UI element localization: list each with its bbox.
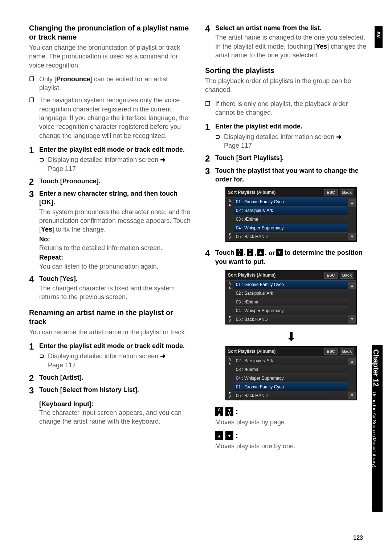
step-item: Touch [Artist].: [29, 373, 191, 382]
line-up-icon: ▲: [215, 431, 223, 440]
playlist-row[interactable]: 04 : Whisper Supremacy: [234, 307, 348, 315]
page-arrows[interactable]: A▲▼V: [226, 356, 234, 400]
step-sub: Displaying detailed information screen P…: [39, 352, 191, 370]
back-button[interactable]: Back: [340, 348, 354, 355]
page-move-explain: A▲ ▼V :: [215, 406, 367, 417]
move-icons: , , , or: [236, 249, 283, 257]
step-body: The artist name is changed to the one yo…: [215, 33, 367, 60]
line-move-explain: ▲ ▼ :: [215, 430, 367, 441]
heading-sorting: Sorting the playlists: [205, 66, 367, 75]
screenshot-sort-c: Sort Playlists (Albums) ESC Back A▲▼V 02…: [225, 346, 357, 401]
steps-sort-continue: Touch , , , or to determine the position…: [205, 248, 367, 450]
step-head: Touch [Pronounce].: [39, 177, 191, 185]
step-head: Touch , , , or to determine the position…: [215, 248, 367, 266]
note-item: Only [Pronounce] can be edited for an ar…: [29, 75, 191, 93]
note-item: The navigation system recognizes only th…: [29, 96, 191, 140]
page-arrows[interactable]: A▲▼V: [226, 281, 234, 324]
line-arrows[interactable]: ▲▼: [348, 198, 356, 241]
intro-rename-artist: You can rename the artist name in the pl…: [29, 328, 191, 336]
step-item: Select an artist name from the list. The…: [205, 24, 367, 60]
moves-by-page: Moves playlists by page.: [215, 418, 367, 427]
playlist-row[interactable]: 02 : Sarsippius' Ark: [234, 207, 348, 215]
right-column: Select an artist name from the list. The…: [205, 24, 367, 457]
step-head: Enter a new character string, and then t…: [39, 189, 191, 207]
screenshot-sort-a: Sort Playlists (Albums) ESC Back A▲▼V 01…: [225, 187, 357, 242]
no-option: No: Returns to the detailed information …: [39, 235, 191, 253]
manual-page: AV Chapter 12 Using the AV Source (Music…: [0, 0, 392, 555]
note-item: If there is only one playlist, the playb…: [205, 99, 367, 117]
back-button[interactable]: Back: [340, 272, 354, 279]
line-arrows[interactable]: ▲▼: [348, 281, 356, 324]
left-column: Changing the pronunciation of a playlist…: [29, 24, 191, 457]
playlist-row[interactable]: 04 : Whisper Supremacy: [234, 224, 348, 233]
playlist-list: 01 : Groove Family Cyco02 : Sarsippius' …: [234, 198, 348, 241]
repeat-option: Repeat: You can listen to the pronunciat…: [39, 253, 191, 271]
playlist-row[interactable]: 05 : Back HAND: [234, 315, 348, 324]
chapter-label: Chapter 12: [372, 345, 381, 387]
playlist-list: 01 : Groove Family Cyco02 : Sarsippius' …: [234, 281, 348, 324]
screenshot-header: Sort Playlists (Albums) ESC Back: [226, 347, 356, 357]
step-head: Enter the playlist edit mode.: [215, 122, 367, 131]
esc-button[interactable]: ESC: [324, 348, 338, 355]
heading-change-pronunciation: Changing the pronunciation of a playlist…: [29, 24, 191, 42]
heading-rename-artist: Renaming an artist name in the playlist …: [29, 308, 191, 326]
side-chapter-tab: Chapter 12 Using the AV Source (Music Li…: [372, 345, 383, 512]
playlist-row[interactable]: 02 : Sarsippius' Ark: [234, 356, 348, 365]
playlist-row[interactable]: 01 : Groove Family Cyco: [234, 281, 348, 289]
steps-sort: Enter the playlist edit mode. Displaying…: [205, 122, 367, 242]
line-down-icon: ▼: [225, 431, 233, 440]
screenshot-title: Sort Playlists (Albums): [228, 272, 275, 278]
back-button[interactable]: Back: [340, 189, 354, 196]
page-number: 123: [353, 535, 363, 541]
keyboard-input-option: [Keyboard Input]: The character input sc…: [39, 400, 191, 426]
step-item: Touch [Sort Playlists].: [205, 154, 367, 162]
line-arrows[interactable]: ▲▼: [348, 356, 356, 400]
step-head: Touch the playlist that you want to chan…: [215, 166, 367, 184]
side-tab-av: AV: [375, 26, 383, 48]
screenshot-title: Sort Playlists (Albums): [228, 189, 275, 195]
esc-button[interactable]: ESC: [324, 189, 338, 196]
page-up-icon: [236, 249, 243, 256]
page-up-icon: A▲: [215, 407, 223, 416]
page-down-icon: [247, 249, 253, 256]
playlist-list: 02 : Sarsippius' Ark03 : Ænima04 : Whisp…: [234, 356, 348, 400]
step-item: Enter the playlist edit mode or track ed…: [29, 342, 191, 370]
step-item: Enter the playlist edit mode or track ed…: [29, 145, 191, 173]
notes-list-sort: If there is only one playlist, the playb…: [205, 99, 367, 117]
playlist-row[interactable]: 04 : Whisper Supremacy: [234, 374, 348, 383]
step-item: Enter the playlist edit mode. Displaying…: [205, 122, 367, 150]
playlist-row[interactable]: 03 : Ænima: [234, 298, 348, 307]
step-item: Touch the playlist that you want to chan…: [205, 166, 367, 242]
screenshot-sort-b: Sort Playlists (Albums) ESC Back A▲▼V 01…: [225, 270, 357, 325]
page-down-icon: ▼V: [225, 407, 233, 416]
esc-button[interactable]: ESC: [324, 272, 338, 279]
side-tab-label: AV: [375, 26, 381, 38]
notes-list: Only [Pronounce] can be edited for an ar…: [29, 75, 191, 140]
playlist-row[interactable]: 05 : Back HAND: [234, 233, 348, 241]
steps-rename: Enter the playlist edit mode or track ed…: [29, 342, 191, 426]
step-body: The system pronounces the character once…: [39, 208, 191, 234]
down-arrow-icon: ⬇: [215, 330, 367, 343]
playlist-row[interactable]: 05 : Back HAND: [234, 391, 348, 400]
playlist-row[interactable]: 03 : Ænima: [234, 215, 348, 224]
screenshot-header: Sort Playlists (Albums) ESC Back: [226, 188, 356, 198]
playlist-row[interactable]: 03 : Ænima: [234, 365, 348, 374]
step-body: The changed character is fixed and the s…: [39, 284, 191, 302]
step-sub: Displaying detailed information screen P…: [215, 132, 367, 150]
step-head: Enter the playlist edit mode or track ed…: [39, 145, 191, 154]
chapter-sub-label: Using the AV Source (Music Library): [372, 388, 380, 468]
step-sub: Displaying detailed information screen P…: [39, 155, 191, 173]
screenshot-header: Sort Playlists (Albums) ESC Back: [226, 270, 356, 281]
moves-one-by-one: Moves playlists one by one.: [215, 442, 367, 450]
steps-continue: Select an artist name from the list. The…: [205, 24, 367, 60]
intro-change-pronunciation: You can change the pronunciation of play…: [29, 43, 191, 70]
playlist-row[interactable]: 01 : Groove Family Cyco: [234, 383, 348, 391]
screenshot-title: Sort Playlists (Albums): [228, 348, 275, 354]
step-head: Touch [Artist].: [39, 373, 191, 382]
playlist-row[interactable]: 01 : Groove Family Cyco: [234, 198, 348, 207]
intro-sorting: The playback order of playlists in the g…: [205, 77, 367, 94]
page-arrows[interactable]: A▲▼V: [226, 198, 234, 241]
step-head: Touch [Sort Playlists].: [215, 154, 367, 162]
playlist-row[interactable]: 02 : Sarsippius' Ark: [234, 289, 348, 298]
line-up-icon: [257, 249, 264, 256]
